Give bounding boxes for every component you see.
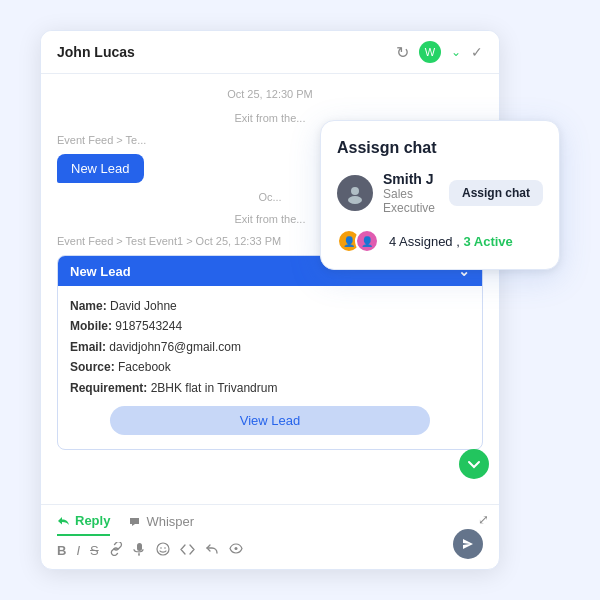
requirement-label: Requirement:: [70, 381, 147, 395]
lead-card-body: Name: David Johne Mobile: 9187543244 Ema…: [58, 286, 482, 449]
active-count: 3 Active: [463, 234, 512, 249]
chat-toolbar: B I S: [41, 536, 499, 569]
name-label: Name:: [70, 299, 107, 313]
active-stats: 4 Assigned , 3 Active: [389, 234, 513, 249]
chat-panel: John Lucas ↻ W ⌄ ✓ Oct 25, 12:30 PM Exit…: [40, 30, 500, 570]
active-row: 👤 👤 4 Assigned , 3 Active: [337, 229, 543, 253]
svg-point-6: [234, 547, 237, 550]
email-value: davidjohn76@gmail.com: [109, 340, 241, 354]
italic-icon[interactable]: I: [76, 543, 80, 558]
mobile-label: Mobile:: [70, 319, 112, 333]
lead-email: Email: davidjohn76@gmail.com: [70, 337, 470, 357]
email-label: Email:: [70, 340, 106, 354]
lead-card: New Lead ⌄ Name: David Johne Mobile: 918…: [57, 255, 483, 450]
more-icon[interactable]: [229, 543, 244, 559]
svg-point-8: [348, 196, 362, 204]
lead-mobile: Mobile: 9187543244: [70, 316, 470, 336]
avatar-2: 👤: [355, 229, 379, 253]
lead-source: Source: Facebook: [70, 357, 470, 377]
emoji-icon[interactable]: [156, 542, 170, 559]
expand-icon[interactable]: ⤢: [478, 512, 489, 527]
whisper-icon: [128, 515, 141, 528]
agent-info: Smith J Sales Executive: [383, 171, 439, 215]
lead-requirement: Requirement: 2BHK flat in Trivandrum: [70, 378, 470, 398]
scroll-down-button[interactable]: [459, 449, 489, 479]
timestamp-1: Oct 25, 12:30 PM: [57, 88, 483, 100]
reply-icon: [57, 514, 70, 527]
svg-point-7: [351, 187, 359, 195]
assign-chat-button[interactable]: Assign chat: [449, 180, 543, 206]
refresh-icon[interactable]: ↻: [396, 43, 409, 62]
agent-avatar: [337, 175, 373, 211]
agent-row: Smith J Sales Executive Assign chat: [337, 171, 543, 215]
whatsapp-icon[interactable]: W: [419, 41, 441, 63]
mobile-value: 9187543244: [115, 319, 182, 333]
chat-title: John Lucas: [57, 44, 135, 60]
chevron-down-icon[interactable]: ⌄: [451, 45, 461, 59]
source-label: Source:: [70, 360, 115, 374]
svg-point-5: [164, 547, 166, 549]
chat-header: John Lucas ↻ W ⌄ ✓: [41, 31, 499, 74]
check-icon[interactable]: ✓: [471, 44, 483, 60]
svg-point-4: [160, 547, 162, 549]
code-icon[interactable]: [180, 543, 195, 559]
main-container: John Lucas ↻ W ⌄ ✓ Oct 25, 12:30 PM Exit…: [40, 30, 560, 570]
active-avatars: 👤 👤: [337, 229, 379, 253]
lead-card-title: New Lead: [70, 264, 131, 279]
svg-point-3: [157, 543, 169, 555]
assign-popup-title: Assisgn chat: [337, 139, 543, 157]
view-lead-button[interactable]: View Lead: [110, 406, 430, 435]
link-icon[interactable]: [109, 542, 123, 559]
whisper-tab-label: Whisper: [146, 514, 194, 529]
lead-name: Name: David Johne: [70, 296, 470, 316]
reply-tab-label: Reply: [75, 513, 110, 528]
mic-icon[interactable]: [133, 542, 146, 559]
assigned-count: 4 Assigned ,: [389, 234, 460, 249]
chat-tabs: Reply Whisper ⤢: [41, 504, 499, 536]
send-button[interactable]: [453, 529, 483, 559]
requirement-value: 2BHK flat in Trivandrum: [151, 381, 278, 395]
source-value: Facebook: [118, 360, 171, 374]
strikethrough-icon[interactable]: S: [90, 543, 99, 558]
bubble-msg-1: New Lead: [57, 154, 144, 183]
assign-chat-popup: Assisgn chat Smith J Sales Executive Ass…: [320, 120, 560, 270]
header-icons: ↻ W ⌄ ✓: [396, 41, 483, 63]
bold-icon[interactable]: B: [57, 543, 66, 558]
tab-reply[interactable]: Reply: [57, 513, 110, 536]
agent-name: Smith J: [383, 171, 439, 187]
name-value: David Johne: [110, 299, 177, 313]
svg-rect-0: [137, 543, 142, 551]
agent-role: Sales Executive: [383, 187, 439, 215]
undo-icon[interactable]: [205, 543, 219, 559]
tab-whisper[interactable]: Whisper: [128, 514, 194, 535]
